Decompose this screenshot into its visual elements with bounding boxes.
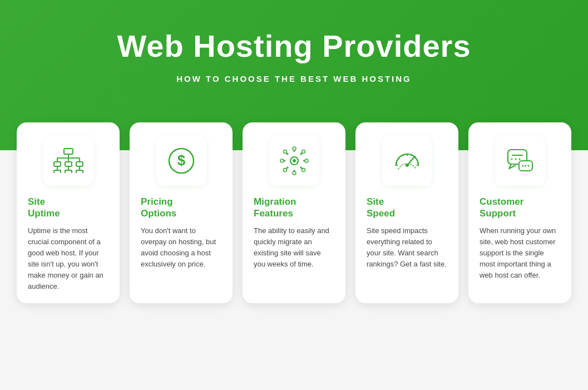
svg-point-24 [293, 159, 296, 162]
migration-icon [278, 144, 311, 177]
svg-rect-7 [65, 162, 72, 166]
card-migration-desc: The ability to easily and quickly migrat… [254, 225, 334, 270]
svg-point-33 [293, 147, 296, 150]
card-migration-title: MigrationFeatures [254, 196, 297, 220]
pricing-icon: $ [165, 144, 198, 177]
card-speed-title: SiteSpeed [367, 196, 395, 220]
svg-text:$: $ [177, 152, 185, 169]
svg-point-37 [283, 150, 286, 154]
svg-point-42 [406, 164, 409, 167]
svg-point-38 [302, 169, 305, 172]
svg-point-52 [522, 165, 523, 167]
svg-point-35 [280, 159, 284, 162]
content-section: SiteUptime Uptime is the most crucial co… [0, 150, 588, 325]
support-icon [503, 144, 537, 177]
card-speed: SiteSpeed Site speed impacts everything … [355, 122, 458, 303]
cards-section: SiteUptime Uptime is the most crucial co… [22, 122, 566, 303]
card-support-title: CustomerSupport [480, 196, 523, 220]
card-pricing-title: PricingOptions [141, 196, 176, 220]
migration-icon-wrap [269, 136, 319, 186]
svg-point-54 [527, 165, 529, 167]
card-speed-desc: Site speed impacts everything related to… [367, 225, 447, 270]
pricing-icon-wrap: $ [156, 136, 206, 186]
svg-rect-0 [64, 149, 73, 154]
svg-line-41 [407, 156, 415, 165]
card-pricing-desc: You don't want to overpay on hosting, bu… [141, 225, 221, 270]
speed-icon-wrap [382, 136, 432, 186]
svg-point-39 [302, 150, 305, 154]
card-pricing: $ PricingOptions You don't want to overp… [130, 122, 233, 303]
svg-point-53 [525, 165, 526, 167]
card-support: CustomerSupport When running your own si… [468, 122, 571, 303]
card-migration: MigrationFeatures The ability to easily … [243, 122, 345, 303]
svg-point-36 [305, 159, 308, 162]
card-uptime-title: SiteUptime [28, 196, 60, 220]
support-icon-wrap [495, 136, 545, 186]
page-wrapper: Web Hosting Providers HOW TO CHOOSE THE … [0, 0, 588, 390]
svg-point-40 [283, 169, 286, 172]
speed-icon [391, 144, 424, 177]
subtitle: HOW TO CHOOSE THE BEST WEB HOSTING [11, 74, 577, 83]
uptime-icon [52, 144, 85, 177]
svg-rect-8 [76, 162, 83, 166]
main-title: Web Hosting Providers [11, 28, 577, 64]
svg-rect-6 [54, 162, 61, 166]
card-uptime: SiteUptime Uptime is the most crucial co… [17, 122, 120, 303]
card-uptime-desc: Uptime is the most crucial component of … [28, 225, 108, 293]
svg-point-48 [511, 159, 512, 160]
svg-point-49 [515, 159, 516, 160]
svg-point-34 [293, 171, 296, 175]
svg-point-50 [518, 159, 520, 160]
card-support-desc: When running your own site, web host cus… [480, 225, 560, 282]
uptime-icon-wrap [43, 136, 93, 186]
